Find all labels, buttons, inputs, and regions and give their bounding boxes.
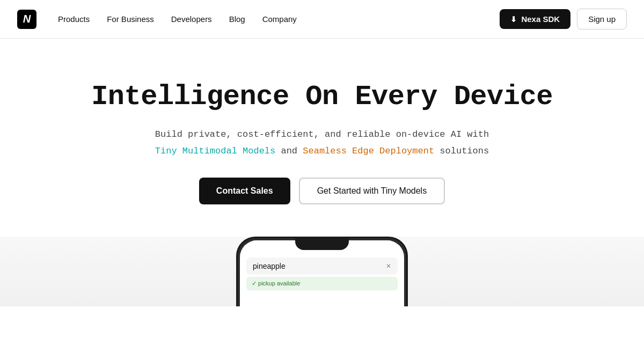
hero-title: Intelligence On Every Device — [91, 82, 553, 112]
hero-buttons: Contact Sales Get Started with Tiny Mode… — [199, 178, 445, 204]
nav-blog[interactable]: Blog — [229, 14, 245, 24]
logo-icon: N — [17, 10, 36, 29]
hero-subtitle-end: solutions — [440, 146, 489, 156]
nav-products[interactable]: Products — [58, 14, 90, 24]
hero-subtitle-and: and — [281, 146, 303, 156]
phone-result: ✓ pickup available — [246, 277, 398, 290]
nav-for-business[interactable]: For Business — [107, 14, 154, 24]
link-tiny-models[interactable]: Tiny Multimodal Models — [155, 146, 275, 156]
phone-notch — [295, 238, 349, 250]
hero-section: Intelligence On Every Device Build priva… — [0, 39, 644, 237]
contact-sales-button[interactable]: Contact Sales — [199, 178, 290, 204]
signup-button[interactable]: Sign up — [577, 9, 627, 30]
navbar: N Products For Business Developers Blog … — [0, 0, 644, 39]
nav-developers[interactable]: Developers — [171, 14, 212, 24]
sdk-button-label: Nexa SDK — [521, 14, 560, 24]
logo[interactable]: N — [17, 10, 36, 29]
phone-body: pineapple ✕ ✓ pickup available — [236, 237, 408, 306]
phone-mockup: pineapple ✕ ✓ pickup available — [236, 237, 408, 306]
phone-close-icon[interactable]: ✕ — [386, 262, 391, 270]
nav-links: Products For Business Developers Blog Co… — [58, 14, 500, 24]
download-icon: ⬇ — [510, 15, 517, 24]
nav-actions: ⬇ Nexa SDK Sign up — [500, 9, 627, 30]
phone-screen: pineapple ✕ ✓ pickup available — [240, 240, 404, 306]
phone-section: pineapple ✕ ✓ pickup available — [0, 237, 644, 306]
phone-search-bar: pineapple ✕ — [246, 258, 398, 275]
link-edge-deployment[interactable]: Seamless Edge Deployment — [303, 146, 434, 156]
hero-subtitle-links: Tiny Multimodal Models and Seamless Edge… — [155, 146, 489, 156]
sdk-button[interactable]: ⬇ Nexa SDK — [500, 9, 570, 29]
get-started-button[interactable]: Get Started with Tiny Models — [299, 178, 445, 204]
nav-company[interactable]: Company — [262, 14, 297, 24]
phone-search-text: pineapple — [253, 262, 286, 270]
hero-subtitle-line1: Build private, cost-efficient, and relia… — [155, 127, 489, 142]
